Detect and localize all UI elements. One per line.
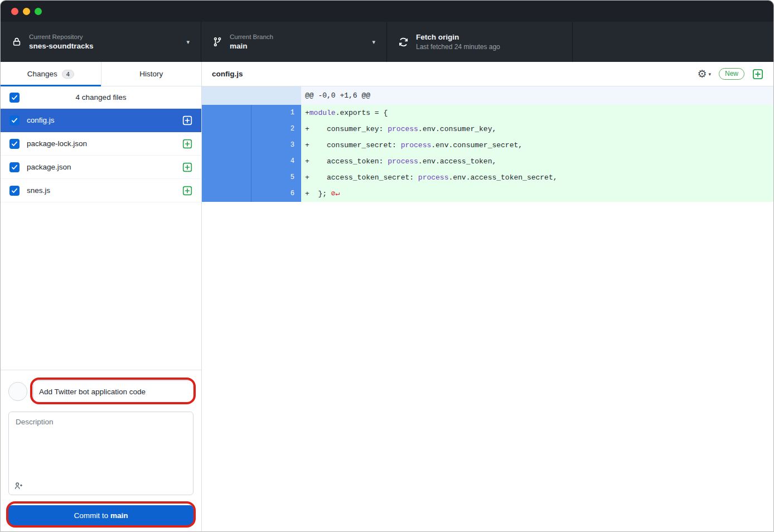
current-branch-selector[interactable]: Current Branch main ▾ <box>201 22 387 62</box>
diff-line-code: +module.exports = { <box>301 105 773 121</box>
add-coauthor-icon[interactable] <box>14 481 23 491</box>
fetch-origin-label: Fetch origin <box>416 33 561 41</box>
current-repository-selector[interactable]: Current Repository snes-soundtracks ▾ <box>1 22 201 62</box>
diff-line-gutter[interactable]: 1 <box>202 105 301 121</box>
titlebar <box>1 1 773 22</box>
commit-description-box <box>8 412 194 495</box>
close-button[interactable] <box>11 8 18 15</box>
toolbar-spacer <box>573 22 773 62</box>
file-row-snes.js[interactable]: snes.js <box>1 179 201 202</box>
sync-icon <box>398 37 409 47</box>
new-badge: New <box>719 68 744 80</box>
file-checkbox[interactable] <box>9 115 20 125</box>
line-number: 2 <box>251 121 301 137</box>
zoom-button[interactable] <box>35 8 42 15</box>
branch-icon <box>212 37 222 47</box>
current-branch-label: Current Branch <box>230 33 365 40</box>
add-icon[interactable] <box>752 69 763 80</box>
file-checkbox[interactable] <box>9 186 20 196</box>
hunk-header: @@ -0,0 +1,6 @@ <box>202 86 773 105</box>
diff-line-gutter[interactable]: 2 <box>202 121 301 137</box>
file-added-icon <box>182 115 192 125</box>
commit-button[interactable]: Commit to main <box>8 505 194 525</box>
file-row-config.js[interactable]: config.js <box>1 109 201 132</box>
commit-summary-row <box>8 379 194 404</box>
minimize-button[interactable] <box>23 8 30 15</box>
file-added-icon <box>182 162 192 172</box>
diff-line-2[interactable]: 2+ consumer_key: process.env.consumer_ke… <box>202 121 773 137</box>
diff-line-3[interactable]: 3+ consumer_secret: process.env.consumer… <box>202 137 773 153</box>
diff-header: config.js ⚙▾ New <box>202 62 773 86</box>
sidebar: Changes 4 History 4 changed files config… <box>1 62 202 532</box>
line-number: 3 <box>251 137 301 153</box>
diff-line-gutter[interactable]: 3 <box>202 137 301 153</box>
tab-history[interactable]: History <box>101 62 202 86</box>
file-checkbox[interactable] <box>9 162 20 172</box>
hunk-header-text: @@ -0,0 +1,6 @@ <box>301 86 773 105</box>
commit-summary-input[interactable] <box>33 380 194 403</box>
file-checkbox[interactable] <box>9 139 20 149</box>
diff-line-gutter[interactable]: 5 <box>202 170 301 186</box>
diff-line-code: + }; ⊘↵ <box>301 186 773 202</box>
diff-line-code: + access_token_secret: process.env.acces… <box>301 170 773 186</box>
line-number: 6 <box>251 186 301 202</box>
diff-line-6[interactable]: 6+ }; ⊘↵ <box>202 186 773 202</box>
chevron-down-icon: ▾ <box>708 71 711 77</box>
diff-line-5[interactable]: 5+ access_token_secret: process.env.acce… <box>202 170 773 186</box>
diff-line-4[interactable]: 4+ access_token: process.env.access_toke… <box>202 153 773 170</box>
repository-icon <box>12 37 22 47</box>
diff-line-code: + consumer_key: process.env.consumer_key… <box>301 121 773 137</box>
fetch-origin-button[interactable]: Fetch origin Last fetched 24 minutes ago <box>387 22 573 62</box>
chevron-down-icon: ▾ <box>186 38 190 46</box>
diff-line-gutter[interactable]: 6 <box>202 186 301 202</box>
traffic-lights <box>11 8 42 15</box>
tab-history-label: History <box>139 70 163 78</box>
avatar <box>8 382 27 401</box>
select-all-row[interactable]: 4 changed files <box>1 86 201 109</box>
sidebar-tabs: Changes 4 History <box>1 62 201 86</box>
current-branch-value: main <box>230 42 365 50</box>
file-name: package-lock.json <box>27 139 175 148</box>
file-name: snes.js <box>27 186 175 195</box>
diff-filename: config.js <box>212 70 243 78</box>
diff-line-code: + access_token: process.env.access_token… <box>301 153 773 170</box>
file-name: package.json <box>27 163 175 171</box>
gear-icon[interactable]: ⚙▾ <box>697 67 711 80</box>
chevron-down-icon: ▾ <box>372 38 375 46</box>
file-row-package.json[interactable]: package.json <box>1 156 201 179</box>
current-repository-value: snes-soundtracks <box>29 42 179 50</box>
line-number: 5 <box>251 170 301 186</box>
commit-form: Commit to main <box>1 370 201 532</box>
fetch-origin-sublabel: Last fetched 24 minutes ago <box>416 43 561 51</box>
file-added-icon <box>182 139 192 149</box>
tab-changes[interactable]: Changes 4 <box>1 62 101 86</box>
diff-line-gutter[interactable]: 4 <box>202 153 301 170</box>
diff-view: @@ -0,0 +1,6 @@ 1+module.exports = {2+ c… <box>202 86 773 532</box>
changes-count-badge: 4 <box>62 70 74 79</box>
file-name: config.js <box>27 116 175 124</box>
app-window: Current Repository snes-soundtracks ▾ Cu… <box>0 0 774 532</box>
diff-line-code: + consumer_secret: process.env.consumer_… <box>301 137 773 153</box>
tab-changes-label: Changes <box>27 70 57 78</box>
line-number: 1 <box>251 105 301 121</box>
select-all-checkbox[interactable] <box>9 93 20 103</box>
toolbar: Current Repository snes-soundtracks ▾ Cu… <box>1 22 773 62</box>
commit-description-input[interactable] <box>8 412 194 495</box>
hunk-gutter <box>202 86 301 105</box>
file-added-icon <box>182 186 192 196</box>
diff-panel: config.js ⚙▾ New @@ -0,0 +1,6 @@ 1+modul… <box>202 62 773 532</box>
diff-lines: 1+module.exports = {2+ consumer_key: pro… <box>202 105 773 202</box>
current-repository-label: Current Repository <box>29 33 179 40</box>
line-number: 4 <box>251 153 301 170</box>
changed-files-list: config.jspackage-lock.jsonpackage.jsonsn… <box>1 109 201 202</box>
file-row-package-lock.json[interactable]: package-lock.json <box>1 132 201 156</box>
diff-line-1[interactable]: 1+module.exports = { <box>202 105 773 121</box>
changed-files-summary: 4 changed files <box>20 93 182 101</box>
